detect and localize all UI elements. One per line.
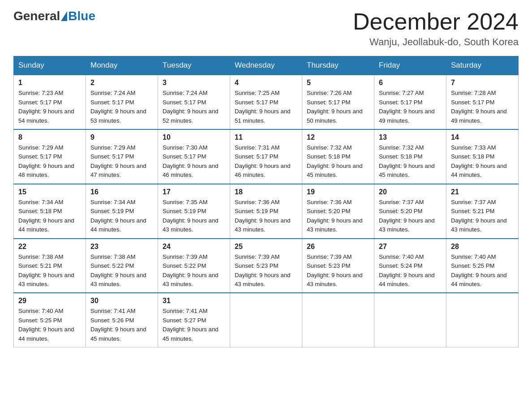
calendar-cell: 31Sunrise: 7:41 AMSunset: 5:27 PMDayligh… [158,293,230,347]
day-info: Sunrise: 7:37 AMSunset: 5:20 PMDaylight:… [379,198,442,235]
day-info: Sunrise: 7:23 AMSunset: 5:17 PMDaylight:… [18,89,81,125]
calendar-week-row: 15Sunrise: 7:34 AMSunset: 5:18 PMDayligh… [14,184,519,239]
title-area: December 2024 Wanju, Jeollabuk-do, South… [353,9,519,48]
calendar-cell: 8Sunrise: 7:29 AMSunset: 5:17 PMDaylight… [14,129,86,184]
day-number: 25 [235,243,297,251]
calendar-cell: 7Sunrise: 7:28 AMSunset: 5:17 PMDaylight… [446,75,519,129]
day-number: 19 [307,188,369,196]
calendar-cell: 4Sunrise: 7:25 AMSunset: 5:17 PMDaylight… [230,75,302,129]
day-info: Sunrise: 7:24 AMSunset: 5:17 PMDaylight:… [90,89,153,125]
calendar-week-row: 22Sunrise: 7:38 AMSunset: 5:21 PMDayligh… [14,239,519,293]
day-info: Sunrise: 7:31 AMSunset: 5:17 PMDaylight:… [235,143,297,180]
day-number: 15 [18,188,81,196]
day-number: 16 [90,188,153,196]
weekday-header-tuesday: Tuesday [158,56,230,75]
day-info: Sunrise: 7:40 AMSunset: 5:25 PMDaylight:… [18,307,81,343]
day-info: Sunrise: 7:35 AMSunset: 5:19 PMDaylight:… [163,198,225,235]
calendar-week-row: 1Sunrise: 7:23 AMSunset: 5:17 PMDaylight… [14,75,519,129]
calendar-cell: 21Sunrise: 7:37 AMSunset: 5:21 PMDayligh… [446,184,519,239]
day-number: 27 [379,243,442,251]
day-number: 13 [379,133,442,141]
day-number: 31 [163,297,225,305]
calendar-cell: 19Sunrise: 7:36 AMSunset: 5:20 PMDayligh… [302,184,374,239]
day-number: 28 [451,243,514,251]
calendar-cell: 30Sunrise: 7:41 AMSunset: 5:26 PMDayligh… [86,293,158,347]
day-number: 30 [90,297,153,305]
day-info: Sunrise: 7:25 AMSunset: 5:17 PMDaylight:… [235,89,297,125]
calendar-cell: 10Sunrise: 7:30 AMSunset: 5:17 PMDayligh… [158,129,230,184]
day-info: Sunrise: 7:36 AMSunset: 5:19 PMDaylight:… [235,198,297,235]
calendar-cell: 6Sunrise: 7:27 AMSunset: 5:17 PMDaylight… [374,75,446,129]
calendar-cell: 26Sunrise: 7:39 AMSunset: 5:23 PMDayligh… [302,239,374,293]
calendar-cell [374,293,446,347]
day-info: Sunrise: 7:34 AMSunset: 5:18 PMDaylight:… [18,198,81,235]
day-info: Sunrise: 7:32 AMSunset: 5:18 PMDaylight:… [379,143,442,180]
calendar-cell: 11Sunrise: 7:31 AMSunset: 5:17 PMDayligh… [230,129,302,184]
calendar-cell: 3Sunrise: 7:24 AMSunset: 5:17 PMDaylight… [158,75,230,129]
calendar-week-row: 29Sunrise: 7:40 AMSunset: 5:25 PMDayligh… [14,293,519,347]
calendar-cell: 2Sunrise: 7:24 AMSunset: 5:17 PMDaylight… [86,75,158,129]
day-info: Sunrise: 7:29 AMSunset: 5:17 PMDaylight:… [18,143,81,180]
calendar-cell: 17Sunrise: 7:35 AMSunset: 5:19 PMDayligh… [158,184,230,239]
day-info: Sunrise: 7:30 AMSunset: 5:17 PMDaylight:… [163,143,225,180]
calendar-cell: 24Sunrise: 7:39 AMSunset: 5:22 PMDayligh… [158,239,230,293]
weekday-header-sunday: Sunday [14,56,86,75]
calendar-cell: 20Sunrise: 7:37 AMSunset: 5:20 PMDayligh… [374,184,446,239]
logo-triangle-icon [61,11,67,21]
logo-blue-text: Blue [68,9,95,23]
calendar-cell: 12Sunrise: 7:32 AMSunset: 5:18 PMDayligh… [302,129,374,184]
calendar-cell: 16Sunrise: 7:34 AMSunset: 5:19 PMDayligh… [86,184,158,239]
day-number: 24 [163,243,225,251]
weekday-header-monday: Monday [86,56,158,75]
calendar-cell: 29Sunrise: 7:40 AMSunset: 5:25 PMDayligh… [14,293,86,347]
day-number: 8 [18,133,81,141]
day-number: 11 [235,133,297,141]
day-info: Sunrise: 7:40 AMSunset: 5:24 PMDaylight:… [379,253,442,289]
day-info: Sunrise: 7:41 AMSunset: 5:27 PMDaylight:… [163,307,225,343]
calendar-cell: 5Sunrise: 7:26 AMSunset: 5:17 PMDaylight… [302,75,374,129]
day-info: Sunrise: 7:33 AMSunset: 5:18 PMDaylight:… [451,143,514,180]
day-info: Sunrise: 7:29 AMSunset: 5:17 PMDaylight:… [90,143,153,180]
calendar-cell: 22Sunrise: 7:38 AMSunset: 5:21 PMDayligh… [14,239,86,293]
day-info: Sunrise: 7:39 AMSunset: 5:22 PMDaylight:… [163,253,225,289]
logo-area: General Blue [13,9,95,23]
location-subtitle: Wanju, Jeollabuk-do, South Korea [353,36,519,48]
day-info: Sunrise: 7:39 AMSunset: 5:23 PMDaylight:… [235,253,297,289]
calendar-table: SundayMondayTuesdayWednesdayThursdayFrid… [13,56,519,347]
day-info: Sunrise: 7:34 AMSunset: 5:19 PMDaylight:… [90,198,153,235]
day-number: 29 [18,297,81,305]
day-number: 7 [451,79,514,87]
day-number: 9 [90,133,153,141]
calendar-cell: 1Sunrise: 7:23 AMSunset: 5:17 PMDaylight… [14,75,86,129]
calendar-cell: 13Sunrise: 7:32 AMSunset: 5:18 PMDayligh… [374,129,446,184]
day-number: 26 [307,243,369,251]
calendar-cell: 15Sunrise: 7:34 AMSunset: 5:18 PMDayligh… [14,184,86,239]
day-info: Sunrise: 7:38 AMSunset: 5:21 PMDaylight:… [18,253,81,289]
calendar-cell: 25Sunrise: 7:39 AMSunset: 5:23 PMDayligh… [230,239,302,293]
month-title: December 2024 [353,9,519,34]
day-info: Sunrise: 7:27 AMSunset: 5:17 PMDaylight:… [379,89,442,125]
day-number: 12 [307,133,369,141]
day-number: 17 [163,188,225,196]
day-number: 6 [379,79,442,87]
day-number: 14 [451,133,514,141]
day-info: Sunrise: 7:40 AMSunset: 5:25 PMDaylight:… [451,253,514,289]
day-info: Sunrise: 7:36 AMSunset: 5:20 PMDaylight:… [307,198,369,235]
day-number: 18 [235,188,297,196]
calendar-cell: 14Sunrise: 7:33 AMSunset: 5:18 PMDayligh… [446,129,519,184]
day-number: 5 [307,79,369,87]
weekday-header-wednesday: Wednesday [230,56,302,75]
calendar-cell: 28Sunrise: 7:40 AMSunset: 5:25 PMDayligh… [446,239,519,293]
day-info: Sunrise: 7:32 AMSunset: 5:18 PMDaylight:… [307,143,369,180]
day-number: 3 [163,79,225,87]
day-info: Sunrise: 7:24 AMSunset: 5:17 PMDaylight:… [163,89,225,125]
day-info: Sunrise: 7:37 AMSunset: 5:21 PMDaylight:… [451,198,514,235]
day-info: Sunrise: 7:39 AMSunset: 5:23 PMDaylight:… [307,253,369,289]
weekday-header-thursday: Thursday [302,56,374,75]
logo: General Blue [13,9,95,23]
calendar-cell: 18Sunrise: 7:36 AMSunset: 5:19 PMDayligh… [230,184,302,239]
calendar-week-row: 8Sunrise: 7:29 AMSunset: 5:17 PMDaylight… [14,129,519,184]
calendar-cell: 27Sunrise: 7:40 AMSunset: 5:24 PMDayligh… [374,239,446,293]
logo-general-text: General [13,9,60,23]
calendar-cell [230,293,302,347]
